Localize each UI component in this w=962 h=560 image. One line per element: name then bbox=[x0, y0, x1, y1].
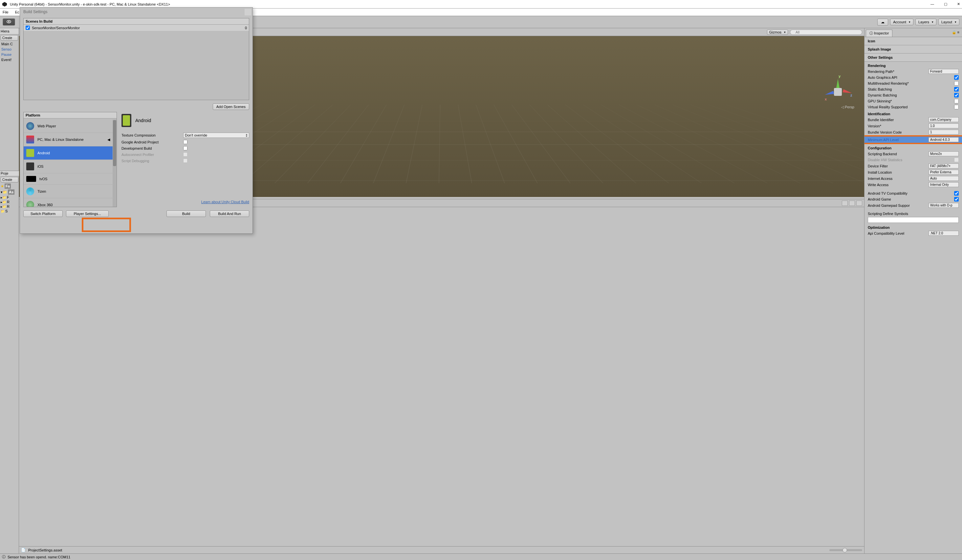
window-maximize-button[interactable]: ▢ bbox=[944, 2, 947, 6]
orientation-gizmo[interactable]: y x z bbox=[825, 79, 851, 105]
platform-header: Platform bbox=[24, 112, 116, 118]
scripting-define-symbols-field[interactable] bbox=[868, 217, 959, 223]
account-dropdown[interactable]: Account ▾ bbox=[890, 19, 914, 25]
hierarchy-create-button[interactable]: Create bbox=[1, 35, 18, 41]
favorites-label[interactable]: Fa bbox=[5, 184, 11, 189]
dynamic-batching-checkbox[interactable] bbox=[954, 93, 959, 97]
player-settings-button[interactable]: Player Settings... bbox=[66, 210, 109, 217]
layout-dropdown[interactable]: Layout ▾ bbox=[938, 19, 959, 25]
hand-tool-button[interactable] bbox=[3, 18, 15, 26]
internet-access-label: Internet Access bbox=[868, 177, 926, 181]
folder-item[interactable]: ▸📁 R bbox=[0, 200, 19, 204]
vr-supported-checkbox[interactable] bbox=[954, 105, 959, 109]
panel-icon[interactable] bbox=[842, 200, 848, 206]
section-icon[interactable]: Icon bbox=[865, 37, 962, 45]
inspector-lock-icon[interactable]: 🔒 ≡ bbox=[949, 28, 962, 36]
bundle-version-code-field[interactable]: 1 bbox=[928, 130, 959, 135]
install-location-dropdown[interactable]: Prefer Externa bbox=[928, 170, 959, 174]
hierarchy-item[interactable]: Pause bbox=[0, 52, 19, 57]
dialog-close-button[interactable] bbox=[245, 9, 251, 15]
section-other-settings[interactable]: Other Settings bbox=[865, 53, 962, 62]
project-create-button[interactable]: Create bbox=[1, 177, 18, 182]
hierarchy-item[interactable]: Event! bbox=[0, 57, 19, 62]
autoconnect-profiler-checkbox bbox=[183, 152, 187, 157]
android-gamepad-support-label: Android Gamepad Suppor bbox=[868, 203, 926, 207]
auto-graphics-api-checkbox[interactable] bbox=[954, 75, 959, 80]
rendering-path-label: Rendering Path* bbox=[868, 69, 926, 74]
android-gamepad-support-dropdown[interactable]: Works with D-p bbox=[928, 203, 959, 208]
scene-row[interactable]: SensorMonitor/SensorMonitor 0 bbox=[24, 24, 249, 31]
platform-item-tvos[interactable]: tvOS bbox=[24, 173, 113, 185]
menu-edit[interactable]: Ec bbox=[15, 10, 19, 14]
gizmo-center-icon bbox=[834, 88, 842, 96]
hierarchy-item[interactable]: Senso bbox=[0, 47, 19, 52]
slider-thumb[interactable] bbox=[843, 548, 847, 552]
add-open-scenes-button[interactable]: Add Open Scenes bbox=[213, 103, 249, 110]
write-access-dropdown[interactable]: Internal Only bbox=[928, 182, 959, 187]
perspective-label[interactable]: ◁ Persp bbox=[841, 105, 854, 109]
project-tab[interactable]: Proje bbox=[0, 171, 19, 176]
inspector-tab[interactable]: ⓘ Inspector bbox=[866, 29, 893, 37]
window-minimize-button[interactable]: — bbox=[930, 2, 934, 6]
gpu-skinning-checkbox[interactable] bbox=[954, 99, 959, 103]
hierarchy-panel: Hiera Create Main C Senso Pause Event! P… bbox=[0, 28, 19, 554]
scene-search-input[interactable] bbox=[790, 29, 862, 35]
platform-item-android[interactable]: Android bbox=[24, 147, 113, 160]
project-footer: 📄 ProjectSettings.asset bbox=[19, 546, 864, 554]
scripting-backend-dropdown[interactable]: Mono2x bbox=[928, 151, 959, 156]
platform-scrollbar[interactable] bbox=[113, 119, 116, 207]
configuration-header: Configuration bbox=[865, 144, 962, 151]
caret-down-icon: ▾ bbox=[932, 20, 933, 24]
layers-dropdown[interactable]: Layers ▾ bbox=[915, 19, 936, 25]
switch-platform-button[interactable]: Switch Platform bbox=[23, 210, 63, 217]
version-field[interactable]: 1.0 bbox=[928, 123, 959, 128]
section-splash-image[interactable]: Splash Image bbox=[865, 45, 962, 53]
android-tv-compat-checkbox[interactable] bbox=[954, 191, 959, 196]
build-and-run-button[interactable]: Build And Run bbox=[210, 210, 249, 217]
hierarchy-tab[interactable]: Hiera bbox=[0, 28, 19, 34]
google-android-project-label: Google Android Project bbox=[121, 140, 181, 144]
device-filter-dropdown[interactable]: FAT (ARMv7+ bbox=[928, 163, 959, 168]
project-panel: Proje Create ★Fa ▾📁As ▸📁 F ▸📁 R ▸📁 R 📁 S bbox=[0, 171, 19, 560]
platform-item-xbox360[interactable]: Xbox 360 bbox=[24, 198, 113, 207]
cloud-build-link[interactable]: Learn about Unity Cloud Build bbox=[201, 200, 249, 204]
internet-access-dropdown[interactable]: Auto bbox=[928, 176, 959, 181]
folder-item[interactable]: ▸📁 R bbox=[0, 204, 19, 209]
svg-point-2 bbox=[8, 21, 10, 22]
rendering-header: Rendering bbox=[865, 62, 962, 68]
platform-item-ios[interactable]: iOS bbox=[24, 160, 113, 173]
account-label: Account bbox=[893, 20, 906, 24]
platform-item-web-player[interactable]: Web Player bbox=[24, 119, 113, 133]
y-axis-icon bbox=[836, 79, 839, 88]
gizmos-dropdown[interactable]: Gizmos▾ bbox=[767, 29, 788, 35]
folder-item[interactable]: 📁 S bbox=[0, 209, 19, 213]
window-close-button[interactable]: ✕ bbox=[957, 2, 960, 6]
api-compat-level-dropdown[interactable]: .NET 2.0 bbox=[928, 231, 959, 236]
autoconnect-profiler-label: Autoconnect Profiler bbox=[121, 153, 181, 157]
folder-item[interactable]: ▸📁 F bbox=[0, 195, 19, 200]
bundle-identifier-field[interactable]: com.Company bbox=[928, 117, 959, 122]
rendering-path-dropdown[interactable]: Forward bbox=[928, 69, 959, 74]
platform-item-standalone[interactable]: PC, Mac & Linux Standalone◀ bbox=[24, 133, 113, 147]
build-button[interactable]: Build bbox=[166, 210, 206, 217]
panel-icon[interactable] bbox=[856, 200, 862, 206]
menu-file[interactable]: File bbox=[3, 10, 8, 14]
static-batching-checkbox[interactable] bbox=[954, 87, 959, 92]
google-android-project-checkbox[interactable] bbox=[183, 140, 187, 144]
texture-compression-label: Texture Compression bbox=[121, 133, 181, 137]
assets-folder[interactable]: As bbox=[8, 189, 15, 195]
panel-icon[interactable] bbox=[849, 200, 855, 206]
project-zoom-slider[interactable] bbox=[830, 549, 862, 551]
platform-item-tizen[interactable]: Tizen bbox=[24, 185, 113, 198]
hierarchy-item[interactable]: Main C bbox=[0, 41, 19, 47]
status-bar: ⓘ Sensor has been opend. name:COM11 bbox=[0, 554, 962, 560]
texture-compression-dropdown[interactable]: Don't override‡ bbox=[183, 132, 249, 138]
caret-down-icon: ▾ bbox=[784, 31, 786, 34]
cloud-button[interactable]: ☁ bbox=[877, 19, 888, 26]
multithreaded-rendering-checkbox[interactable] bbox=[954, 81, 959, 86]
android-game-checkbox[interactable] bbox=[954, 197, 959, 202]
minimum-api-level-dropdown[interactable]: Android 4.0.3 bbox=[928, 137, 959, 142]
development-build-checkbox[interactable] bbox=[183, 146, 187, 150]
scene-checkbox[interactable] bbox=[26, 26, 30, 30]
android-tv-compat-label: Android TV Compatibility bbox=[868, 191, 952, 195]
